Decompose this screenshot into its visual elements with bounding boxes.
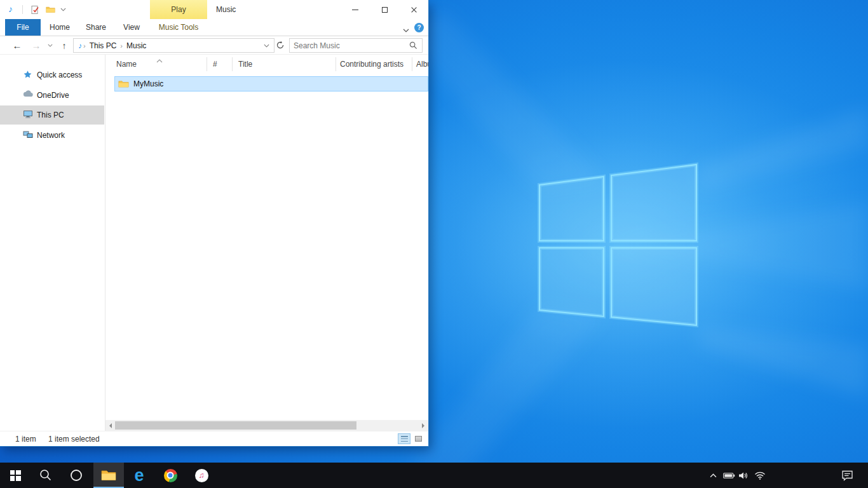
column-header-title[interactable]: Title	[238, 60, 252, 69]
qat-properties-button[interactable]	[29, 4, 41, 15]
close-button[interactable]	[399, 0, 428, 19]
address-location-icon: ♪	[78, 41, 82, 50]
sidebar-item-label: Network	[37, 131, 65, 140]
details-view-button[interactable]	[398, 433, 410, 444]
ribbon-expand-chevron-icon[interactable]	[403, 25, 409, 34]
cortana-circle-icon	[70, 469, 83, 482]
music-note-icon: ♫	[195, 469, 208, 482]
column-separator[interactable]	[336, 57, 336, 71]
column-separator[interactable]	[207, 57, 207, 71]
search-icon[interactable]	[409, 41, 417, 50]
taskbar-search-button[interactable]	[31, 463, 61, 488]
edge-button[interactable]: e	[124, 463, 154, 488]
sidebar-item-quick-access[interactable]: Quick access	[0, 65, 104, 85]
ribbon-tab-file[interactable]: File	[5, 19, 41, 36]
this-pc-computer-icon	[23, 110, 33, 120]
desktop: ♪ Play Music	[0, 0, 868, 488]
thumbnail-view-button[interactable]	[412, 433, 424, 444]
refresh-button[interactable]	[276, 41, 285, 51]
file-explorer-taskbar-button[interactable]	[93, 463, 124, 488]
file-row[interactable]: MyMusic	[114, 76, 428, 92]
maximize-icon	[382, 7, 388, 13]
quick-access-star-icon	[23, 70, 33, 80]
navigation-bar: ← → ↑ ♪ › This PC › Music	[0, 36, 428, 55]
forward-button[interactable]: →	[29, 36, 43, 55]
column-separator[interactable]	[232, 57, 233, 71]
breadcrumb-this-pc[interactable]: This PC	[86, 41, 121, 50]
column-headers: Name # Title Contributing artists Album	[105, 55, 428, 74]
minimize-icon	[352, 10, 358, 10]
cortana-button[interactable]	[61, 463, 92, 488]
file-name: MyMusic	[133, 79, 163, 88]
search-icon	[39, 469, 52, 482]
windows-logo-icon	[10, 470, 21, 481]
column-header-contributing-artists[interactable]: Contributing artists	[340, 60, 403, 69]
wifi-icon	[754, 471, 766, 480]
minimize-button[interactable]	[341, 0, 370, 19]
maximize-button[interactable]	[370, 0, 399, 19]
scroll-right-arrow[interactable]	[419, 420, 428, 431]
view-toggles	[398, 433, 424, 444]
taskbar: e ♫	[0, 463, 868, 488]
ribbon-tab-share[interactable]: Share	[81, 19, 111, 36]
breadcrumb-music[interactable]: Music	[123, 41, 150, 50]
chrome-button[interactable]	[155, 463, 186, 488]
ribbon-tab-music-tools[interactable]: Music Tools	[150, 19, 207, 36]
search-input[interactable]	[290, 41, 409, 50]
address-dropdown-chevron-icon[interactable]	[264, 44, 269, 48]
horizontal-scrollbar[interactable]	[105, 420, 428, 431]
column-header-album[interactable]: Album	[416, 60, 428, 69]
column-separator[interactable]	[412, 57, 412, 71]
qat-new-folder-button[interactable]	[44, 4, 56, 15]
ribbon-tab-view[interactable]: View	[118, 19, 145, 36]
ribbon-tab-home[interactable]: Home	[46, 19, 74, 36]
file-list-pane: Name # Title Contributing artists Album …	[105, 55, 428, 420]
recent-locations-chevron-icon[interactable]	[46, 36, 55, 55]
status-bar: 1 item 1 item selected	[0, 431, 428, 446]
ribbon-tabs: File Home Share View Music Tools ?	[0, 19, 428, 36]
itunes-button[interactable]: ♫	[186, 463, 217, 488]
left-triangle-icon	[107, 423, 112, 428]
contextual-tab-play[interactable]: Play	[150, 0, 207, 19]
status-selection-count: 1 item selected	[48, 435, 100, 444]
action-center-button[interactable]	[834, 463, 860, 488]
titlebar[interactable]: ♪ Play Music	[0, 0, 428, 19]
tray-expand-chevron-icon	[710, 473, 717, 478]
sidebar-item-label: OneDrive	[37, 91, 69, 100]
new-folder-icon	[46, 6, 55, 13]
details-view-icon	[401, 436, 408, 442]
right-triangle-icon	[422, 423, 427, 428]
scroll-left-arrow[interactable]	[105, 420, 115, 431]
close-icon	[410, 6, 417, 13]
edge-icon: e	[134, 467, 144, 484]
navigation-pane: Quick access OneDrive This PC	[0, 55, 105, 431]
battery-icon	[723, 472, 735, 479]
help-button[interactable]: ?	[414, 23, 424, 32]
battery-tray-button[interactable]	[722, 463, 736, 488]
sidebar-item-network[interactable]: Network	[0, 126, 104, 145]
sidebar-item-label: This PC	[37, 111, 64, 119]
back-button[interactable]: ←	[10, 36, 24, 55]
file-explorer-window: ♪ Play Music	[0, 0, 428, 446]
column-header-number[interactable]: #	[213, 60, 217, 69]
thumbnail-view-icon	[415, 436, 422, 442]
sidebar-item-onedrive[interactable]: OneDrive	[0, 86, 104, 105]
titlebar-separator	[22, 5, 23, 14]
search-box[interactable]	[289, 38, 423, 53]
column-header-name[interactable]: Name	[116, 60, 137, 69]
start-button[interactable]	[0, 463, 31, 488]
volume-icon	[738, 471, 749, 480]
sidebar-item-this-pc[interactable]: This PC	[0, 105, 104, 125]
tray-expand-button[interactable]	[707, 463, 719, 488]
music-app-icon: ♪	[8, 4, 13, 14]
network-tray-button[interactable]	[752, 463, 768, 488]
address-bar[interactable]: ♪ › This PC › Music	[73, 38, 275, 53]
up-button[interactable]: ↑	[57, 36, 71, 55]
sidebar-item-label: Quick access	[37, 71, 82, 79]
volume-tray-button[interactable]	[737, 463, 750, 488]
onedrive-cloud-icon	[23, 90, 33, 100]
qat-customize-chevron-icon[interactable]	[57, 4, 69, 15]
chrome-icon	[164, 469, 177, 482]
scroll-thumb[interactable]	[115, 421, 356, 430]
sort-ascending-caret-icon	[156, 56, 163, 65]
